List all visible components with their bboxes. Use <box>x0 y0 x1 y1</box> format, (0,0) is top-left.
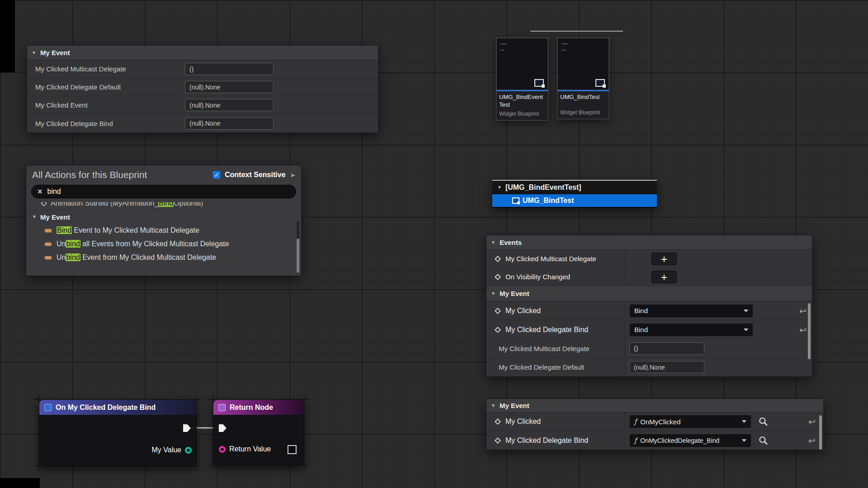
reset-to-default-icon[interactable]: ↩ <box>799 306 807 316</box>
exec-input-pin[interactable] <box>219 424 226 432</box>
delegate-label: My Clicked Delegate Bind <box>505 436 588 445</box>
plus-icon: + <box>660 272 668 282</box>
action-item-bind-event[interactable]: Bind Event to My Clicked Multicast Deleg… <box>26 224 301 237</box>
collapse-arrow-icon[interactable]: ▼ <box>497 185 502 190</box>
input-pin-label: Return Value <box>229 445 271 453</box>
node-title: On My Clicked Delegate Bind <box>56 404 156 412</box>
my-event-header[interactable]: ▼ My Event <box>486 286 812 301</box>
details-scrollbar-thumb[interactable] <box>819 415 822 450</box>
dropdown-value: OnMyClickedDelegate_Bind <box>640 437 719 444</box>
return-value-input-pin[interactable] <box>219 446 226 453</box>
blueprint-actions-menu: All Actions for this Blueprint ✓ Context… <box>26 165 302 276</box>
item-text: Bind Event to My Clicked Multicast Deleg… <box>57 226 199 235</box>
item-text: Animation Started (MyAnimation_BindOptio… <box>51 202 203 207</box>
search-match-highlight: bind <box>66 240 80 248</box>
category-header[interactable]: ▼ My Event <box>27 46 378 60</box>
clear-search-icon[interactable]: × <box>38 188 42 196</box>
collapse-arrow-icon[interactable]: ▼ <box>32 215 37 219</box>
property-row[interactable]: My Clicked Delegate Bind (null).None <box>27 114 378 132</box>
bind-dropdown[interactable]: Bind <box>629 323 753 337</box>
asset-thumbnail[interactable] <box>496 38 548 91</box>
checkmark-icon: ✓ <box>214 172 219 178</box>
browse-to-function-icon[interactable] <box>759 436 768 445</box>
node-title-bar[interactable]: On My Clicked Delegate Bind <box>39 400 196 415</box>
function-bind-row[interactable]: My Clicked Delegate Bind ƒ OnMyClickedDe… <box>486 431 823 450</box>
reset-to-default-icon[interactable]: ↩ <box>799 325 807 335</box>
property-row[interactable]: My Clicked Multicast Delegate () <box>27 60 378 78</box>
property-value: (null).None <box>634 364 665 371</box>
property-label: My Clicked Multicast Delegate <box>499 345 590 352</box>
function-dropdown[interactable]: ƒ OnMyClickedDelegate_Bind <box>629 434 751 447</box>
asset-tile-umg-bindeventtest[interactable]: UMG_BindEventTest Widget Blueprint <box>496 38 548 121</box>
property-value-field[interactable]: () <box>629 343 704 355</box>
actions-category-row[interactable]: ▼ My Event <box>26 210 301 224</box>
my-event-header[interactable]: ▼ My Event <box>486 399 823 413</box>
item-text-post: all Events from My Clicked Multicast Del… <box>80 240 229 248</box>
dropdown-value: Bind <box>634 307 648 314</box>
property-row[interactable]: My Clicked Event (null).None <box>27 96 378 114</box>
reset-to-default-icon[interactable]: ↩ <box>808 417 816 427</box>
event-row[interactable]: On Visibility Changed + <box>486 268 812 286</box>
column-divider <box>625 250 625 267</box>
property-value-field[interactable]: (null).None <box>185 81 274 93</box>
events-header-label: Events <box>500 239 522 246</box>
output-pin-label: My Value <box>151 446 181 454</box>
context-sensitive-checkbox[interactable]: ✓ <box>212 171 221 179</box>
delegate-pill-icon <box>44 242 52 246</box>
delegate-bind-row[interactable]: My Clicked Bind ↩ <box>486 301 812 320</box>
property-row[interactable]: My Clicked Multicast Delegate () <box>486 339 812 358</box>
collapse-arrow-icon[interactable]: ▼ <box>491 240 495 245</box>
collapse-arrow-icon[interactable]: ▼ <box>491 291 495 296</box>
event-row[interactable]: My Clicked Multicast Delegate + <box>486 250 812 268</box>
event-node[interactable]: On My Clicked Delegate Bind My Value <box>39 399 197 466</box>
thumbnail-doodle <box>561 50 566 51</box>
collapse-arrow-icon[interactable]: ▼ <box>32 51 36 55</box>
return-value-checkbox[interactable] <box>288 445 297 454</box>
property-value: () <box>634 345 638 352</box>
actions-scrollbar-thumb[interactable] <box>297 239 299 273</box>
delegate-diamond-icon <box>495 326 501 333</box>
exec-output-pin[interactable] <box>183 424 191 432</box>
event-label: On Visibility Changed <box>505 273 570 281</box>
property-row[interactable]: My Clicked Delegate Default (null).None <box>486 358 812 376</box>
hierarchy-root-row[interactable]: ▼ [UMG_BindEventTest] <box>492 181 657 194</box>
property-label: My Clicked Delegate Default <box>499 363 584 371</box>
add-event-button[interactable]: + <box>651 271 677 283</box>
return-node[interactable]: Return Node Return Value <box>213 399 304 465</box>
property-value-field[interactable]: () <box>185 63 274 75</box>
property-row[interactable]: My Clicked Delegate Default (null).None <box>27 78 378 96</box>
widget-blueprint-icon <box>512 197 519 204</box>
delegate-diamond-icon <box>495 273 501 280</box>
chevron-down-icon <box>742 420 746 423</box>
actions-search-input[interactable]: × bind <box>31 185 296 198</box>
events-header[interactable]: ▼ Events <box>486 235 812 250</box>
value-output-pin[interactable] <box>185 447 192 454</box>
node-title-bar[interactable]: Return Node <box>213 400 304 415</box>
asset-tile-umg-bindtest[interactable]: UMG_BindTest Widget Blueprint <box>557 38 609 119</box>
expand-arrow-icon[interactable]: ▶ <box>292 172 295 178</box>
function-bind-row[interactable]: My Clicked ƒ OnMyClicked ↩ <box>486 413 823 431</box>
hierarchy-panel: ▼ [UMG_BindEventTest] UMG_BindTest <box>492 180 657 208</box>
bound-event-icon <box>44 404 52 411</box>
delegate-bind-row[interactable]: My Clicked Delegate Bind Bind ↩ <box>486 320 812 339</box>
property-value-field[interactable]: (null).None <box>185 117 274 130</box>
input-pin-row: Return Value <box>219 445 271 453</box>
property-value-field[interactable]: (null).None <box>629 361 704 373</box>
delegate-pill-icon <box>44 229 52 233</box>
action-item-unbind-all[interactable]: Unbind all Events from My Clicked Multic… <box>26 237 301 251</box>
details-scrollbar-thumb[interactable] <box>808 303 811 359</box>
browse-to-function-icon[interactable] <box>759 417 768 427</box>
collapse-arrow-icon[interactable]: ▼ <box>491 404 495 408</box>
function-dropdown[interactable]: ƒ OnMyClicked <box>629 415 751 428</box>
add-event-button[interactable]: + <box>651 253 677 265</box>
asset-thumbnail[interactable] <box>557 38 609 91</box>
hierarchy-selected-row[interactable]: UMG_BindTest <box>492 194 657 207</box>
return-node-icon <box>218 404 226 411</box>
scrolled-clipped-item[interactable]: Animation Started (MyAnimation_BindOptio… <box>26 202 301 210</box>
dropdown-value: OnMyClicked <box>640 418 680 426</box>
property-value-field[interactable]: (null).None <box>185 99 274 111</box>
action-item-unbind-event[interactable]: Unbind Event from My Clicked Multicast D… <box>26 251 301 264</box>
bind-dropdown[interactable]: Bind <box>629 304 753 318</box>
chevron-down-icon <box>742 439 746 442</box>
reset-to-default-icon[interactable]: ↩ <box>808 436 816 446</box>
